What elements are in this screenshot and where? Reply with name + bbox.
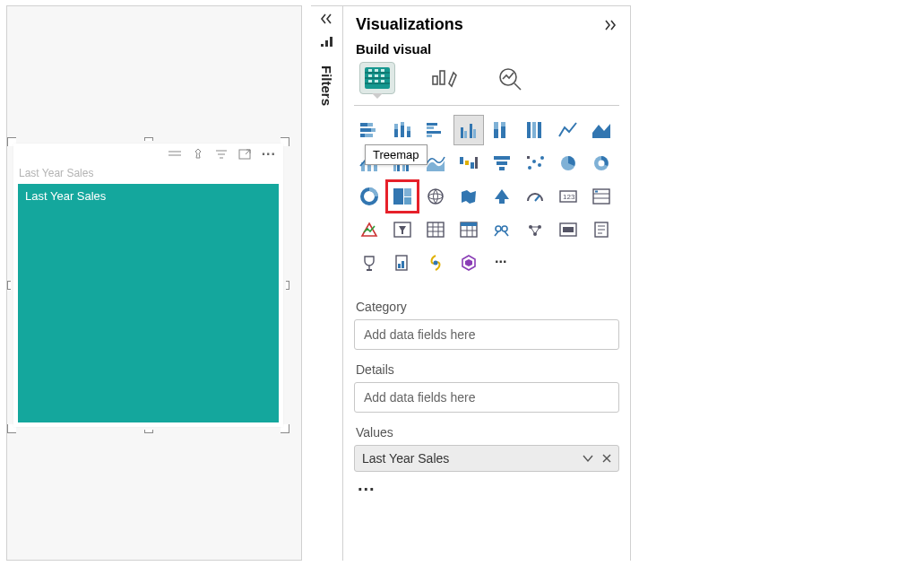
svg-point-71 (538, 163, 541, 167)
svg-text:123: 123 (563, 193, 575, 201)
svg-rect-8 (325, 40, 328, 47)
viz-type-line-clustered[interactable] (387, 148, 418, 179)
svg-rect-50 (501, 126, 505, 138)
viz-type-line[interactable] (553, 115, 583, 145)
resize-handle[interactable] (7, 281, 11, 290)
svg-rect-53 (538, 122, 541, 138)
viz-type-table[interactable] (420, 214, 451, 245)
filters-label: Filters (319, 65, 334, 106)
svg-rect-9 (330, 37, 332, 47)
expand-filters-icon[interactable] (320, 13, 334, 24)
category-well[interactable]: Add data fields here (354, 319, 619, 350)
visualization-gallery: 123···Treemap (343, 113, 630, 285)
resize-handle[interactable] (286, 281, 289, 290)
viz-type-funnel[interactable] (487, 148, 517, 179)
resize-handle[interactable] (144, 430, 153, 433)
visual-header: ··· (13, 144, 283, 165)
chevron-down-icon[interactable] (583, 451, 593, 466)
filter-icon[interactable] (215, 149, 228, 160)
svg-rect-35 (401, 126, 404, 137)
report-canvas[interactable]: ··· Last Year Sales Last Year Sales (6, 5, 302, 561)
viz-type-clustered-column-100[interactable] (520, 115, 550, 145)
viz-type-kpi[interactable] (354, 214, 384, 245)
divider (354, 105, 619, 106)
svg-marker-54 (592, 124, 610, 138)
resize-handle[interactable] (144, 137, 153, 141)
svg-marker-126 (465, 259, 472, 266)
svg-rect-44 (464, 131, 467, 138)
tab-build-visual[interactable] (359, 62, 395, 94)
svg-point-72 (540, 156, 544, 160)
viz-type-matrix[interactable] (453, 214, 484, 245)
viz-type-area[interactable] (586, 115, 617, 145)
viz-type-ai[interactable] (453, 248, 484, 278)
svg-rect-123 (402, 261, 404, 268)
viz-type-donut[interactable] (586, 148, 617, 179)
svg-rect-40 (427, 126, 434, 129)
build-visual-label: Build visual (343, 39, 630, 62)
filters-pane-collapsed[interactable]: Filters (311, 5, 343, 561)
svg-rect-14 (368, 69, 372, 72)
svg-rect-65 (475, 157, 478, 169)
viz-type-filled-map[interactable] (453, 181, 484, 212)
more-fields-icon[interactable]: ··· (358, 479, 616, 500)
svg-rect-93 (427, 222, 444, 237)
pin-icon[interactable] (192, 148, 204, 161)
drag-icon[interactable] (168, 150, 181, 159)
viz-type-waterfall[interactable] (453, 148, 484, 179)
filters-icon (320, 35, 334, 51)
viz-type-line-stacked[interactable] (354, 148, 384, 179)
viz-type-map[interactable] (420, 181, 451, 212)
tab-format-visual[interactable] (426, 62, 462, 94)
viz-type-kv[interactable] (553, 214, 583, 245)
viz-type-clustered-column[interactable] (453, 115, 484, 145)
viz-type-r-visual[interactable] (487, 214, 517, 245)
values-chip[interactable]: Last Year Sales (354, 445, 619, 472)
viz-type-paginated[interactable] (586, 214, 617, 245)
svg-point-103 (496, 226, 501, 231)
collapse-pane-icon[interactable] (603, 20, 617, 30)
viz-type-power-apps[interactable] (387, 248, 418, 278)
treemap-visual[interactable]: ··· Last Year Sales Last Year Sales (13, 144, 283, 427)
visual-selection[interactable]: ··· Last Year Sales Last Year Sales (7, 137, 289, 433)
svg-rect-89 (595, 191, 598, 193)
svg-rect-19 (381, 74, 384, 77)
viz-type-ribbon[interactable] (420, 148, 451, 179)
viz-type-gauge[interactable] (520, 181, 550, 212)
viz-type-stacked-bar[interactable] (354, 115, 384, 145)
svg-point-81 (428, 189, 443, 204)
viz-type-arcgis[interactable] (354, 248, 384, 278)
viz-type-slicer[interactable] (387, 214, 418, 245)
svg-rect-68 (499, 167, 505, 170)
treemap-tile[interactable]: Last Year Sales (18, 184, 279, 422)
focus-mode-icon[interactable] (238, 149, 251, 160)
viz-type-scatter[interactable] (520, 148, 550, 179)
viz-type-shape-map[interactable] (487, 181, 517, 212)
viz-type-pie[interactable] (553, 148, 583, 179)
viz-type-treemap[interactable] (387, 181, 418, 212)
details-label: Details (356, 362, 617, 377)
remove-field-icon[interactable] (602, 451, 611, 466)
tab-analytics[interactable] (492, 62, 528, 94)
viz-type-get-more[interactable]: ··· (487, 248, 517, 278)
details-well[interactable]: Add data fields here (354, 382, 619, 413)
svg-line-83 (535, 196, 540, 201)
svg-rect-67 (497, 161, 507, 165)
svg-rect-60 (402, 164, 405, 171)
svg-rect-7 (321, 44, 324, 47)
viz-type-stacked-bar-h[interactable] (387, 115, 418, 145)
viz-type-donut2[interactable] (354, 181, 384, 212)
viz-type-stacked-column-100[interactable] (487, 115, 517, 145)
svg-rect-58 (393, 163, 396, 171)
viz-type-power-automate[interactable] (420, 248, 451, 278)
svg-point-69 (528, 166, 531, 170)
more-options-icon[interactable]: ··· (262, 146, 276, 162)
svg-line-6 (246, 150, 250, 154)
viz-type-card[interactable]: 123 (553, 181, 583, 212)
viz-type-multi-row-card[interactable] (586, 181, 617, 212)
viz-type-py-visual[interactable] (520, 214, 550, 245)
viz-type-clustered-bar[interactable] (420, 115, 451, 145)
svg-rect-114 (563, 227, 574, 232)
svg-rect-48 (494, 129, 498, 138)
svg-rect-20 (368, 80, 372, 83)
